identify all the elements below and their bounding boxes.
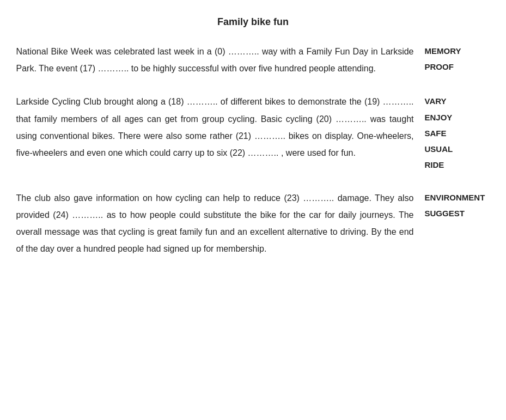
paragraph-text-2: Larkside Cycling Club brought along a (1… xyxy=(16,93,414,173)
hint-word-safe: SAFE xyxy=(425,125,490,141)
page-title: Family bike fun xyxy=(16,16,490,28)
hint-word-proof: PROOF xyxy=(425,59,490,75)
hints-area-3: ENVIRONMENTSUGGEST xyxy=(414,190,490,258)
hint-word-enjoy: ENJOY xyxy=(425,109,490,125)
paragraph-section-2: Larkside Cycling Club brought along a (1… xyxy=(16,93,490,173)
paragraph-text-1: National Bike Week was celebrated last w… xyxy=(16,43,414,77)
hints-area-1: MEMORYPROOF xyxy=(414,43,490,77)
hint-word-usual: USUAL xyxy=(425,141,490,157)
page-container: Family bike fun National Bike Week was c… xyxy=(16,16,490,273)
hint-word-vary: VARY xyxy=(425,93,490,109)
paragraph-text-3: The club also gave information on how cy… xyxy=(16,190,414,258)
paragraph-section-1: National Bike Week was celebrated last w… xyxy=(16,43,490,77)
hint-word-suggest: SUGGEST xyxy=(425,205,490,221)
paragraphs-container: National Bike Week was celebrated last w… xyxy=(16,43,490,257)
hint-word-ride: RIDE xyxy=(425,157,490,173)
hints-area-2: VARYENJOYSAFEUSUALRIDE xyxy=(414,93,490,173)
paragraph-section-3: The club also gave information on how cy… xyxy=(16,190,490,258)
hint-word-memory: MEMORY xyxy=(425,43,490,59)
hint-word-environment: ENVIRONMENT xyxy=(425,190,490,205)
